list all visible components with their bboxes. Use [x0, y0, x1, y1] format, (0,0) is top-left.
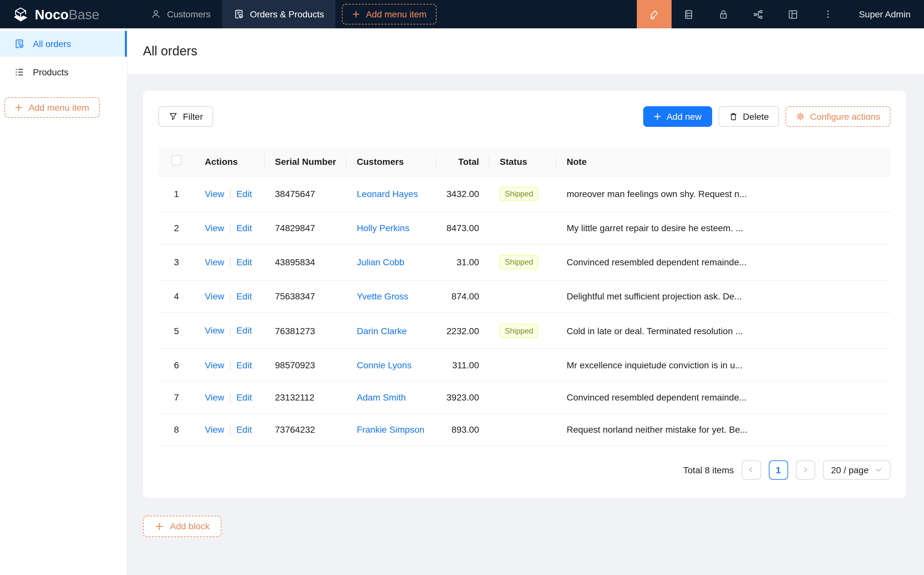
customer-cell: Darin Clarke: [346, 313, 436, 349]
plugins-button[interactable]: [741, 0, 776, 28]
column-header-note: Note: [556, 148, 891, 176]
row-actions: ViewEdit: [194, 212, 265, 245]
customer-link[interactable]: Yvette Gross: [357, 291, 408, 302]
select-all-checkbox[interactable]: [171, 156, 182, 166]
pagination: Total 8 items 1 20 / page: [159, 461, 891, 480]
orders-icon: [14, 39, 24, 49]
view-link[interactable]: View: [205, 424, 224, 435]
lock-button[interactable]: [706, 0, 741, 28]
orders-table-body: 1 ViewEdit 38475647 Leonard Hayes 3432.0…: [159, 176, 891, 446]
table-header-row: Actions Serial Number Customers Total St…: [159, 148, 891, 176]
customer-link[interactable]: Holly Perkins: [357, 223, 409, 233]
edit-link[interactable]: Edit: [236, 326, 252, 336]
serial-number-cell: 43895834: [265, 245, 346, 280]
more-button[interactable]: [811, 0, 845, 28]
plus-icon: [654, 113, 661, 121]
gear-icon: [796, 112, 805, 121]
customer-link[interactable]: Julian Cobb: [357, 257, 404, 268]
column-header-actions: Actions: [194, 148, 265, 176]
orders-table-card: Filter Add new: [143, 91, 906, 498]
filter-icon: [169, 112, 178, 121]
row-actions: ViewEdit: [194, 413, 265, 446]
customer-link[interactable]: Darin Clarke: [357, 326, 407, 336]
edit-link[interactable]: Edit: [236, 360, 252, 370]
table-row: 8 ViewEdit 73764232 Frankie Simpson 893.…: [159, 413, 891, 446]
view-link[interactable]: View: [205, 223, 224, 233]
configure-actions-button[interactable]: Configure actions: [786, 106, 891, 127]
customer-cell: Holly Perkins: [346, 212, 436, 245]
customer-link[interactable]: Adam Smith: [357, 392, 406, 402]
orders-table: Configure columns: [159, 148, 891, 446]
edit-link[interactable]: Edit: [236, 424, 252, 435]
customer-link[interactable]: Connie Lyons: [357, 360, 411, 370]
action-divider: [230, 327, 230, 336]
sidebar-item-products[interactable]: Products: [0, 59, 127, 85]
customer-link[interactable]: Frankie Simpson: [357, 425, 424, 435]
edit-link[interactable]: Edit: [236, 392, 252, 402]
sidebar-item-all-orders[interactable]: All orders: [0, 31, 127, 57]
nav-add-menu-item-button[interactable]: Add menu item: [342, 4, 437, 24]
total-cell: 2232.00: [436, 313, 489, 349]
page-title: All orders: [143, 44, 197, 59]
user-menu[interactable]: Super Admin: [845, 0, 924, 28]
database-button[interactable]: [672, 0, 706, 28]
status-cell: [489, 381, 556, 414]
note-cell: Request norland neither mistake for yet.…: [556, 413, 891, 446]
page-size-select[interactable]: 20 / page: [822, 461, 891, 480]
note-cell: Mr excellence inquietude conviction is i…: [556, 349, 891, 381]
status-badge: Shipped: [500, 255, 538, 270]
orders-icon: [234, 9, 244, 19]
filter-button[interactable]: Filter: [159, 106, 213, 127]
database-icon: [684, 9, 694, 20]
pagination-next-button[interactable]: [795, 461, 815, 480]
view-link[interactable]: View: [205, 392, 224, 402]
total-cell: 31.00: [436, 245, 489, 280]
action-divider: [230, 259, 230, 268]
table-row: 5 ViewEdit 76381273 Darin Clarke 2232.00…: [159, 313, 891, 349]
pagination-page-1[interactable]: 1: [768, 461, 788, 480]
table-row: 2 ViewEdit 74829847 Holly Perkins 8473.0…: [159, 212, 891, 245]
add-new-button[interactable]: Add new: [643, 106, 712, 127]
sidebar-add-menu-item-button[interactable]: Add menu item: [5, 97, 100, 118]
table-toolbar: Filter Add new: [159, 106, 891, 127]
plus-icon: [15, 104, 23, 111]
nav-tab-label: Customers: [167, 9, 211, 19]
row-index: 3: [159, 245, 194, 280]
serial-number-cell: 74829847: [265, 212, 346, 245]
row-actions: ViewEdit: [194, 245, 265, 280]
app-root: NocoBase Customers: [0, 0, 924, 575]
customer-cell: Connie Lyons: [346, 349, 436, 381]
layout-button[interactable]: [776, 0, 811, 28]
serial-number-cell: 23132112: [265, 381, 346, 414]
edit-link[interactable]: Edit: [236, 291, 252, 302]
status-cell: Shipped: [489, 245, 556, 280]
customer-cell: Leonard Hayes: [346, 176, 436, 212]
view-link[interactable]: View: [205, 257, 224, 267]
customer-link[interactable]: Leonard Hayes: [357, 189, 418, 199]
delete-button[interactable]: Delete: [718, 106, 779, 127]
view-link[interactable]: View: [205, 360, 224, 370]
page-header: All orders: [127, 28, 924, 74]
edit-link[interactable]: Edit: [236, 189, 252, 199]
ui-editor-button[interactable]: [637, 0, 672, 28]
nav-tab-orders-products[interactable]: Orders & Products: [222, 0, 335, 28]
edit-link[interactable]: Edit: [236, 257, 252, 267]
total-cell: 874.00: [436, 280, 489, 313]
lock-icon: [718, 9, 729, 20]
note-cell: Convinced resembled dependent remainde..…: [556, 381, 891, 414]
column-header-serial-number: Serial Number: [265, 148, 346, 176]
pagination-prev-button[interactable]: [741, 461, 761, 480]
nav-tab-customers[interactable]: Customers: [140, 0, 222, 28]
status-badge: Shipped: [500, 187, 538, 201]
view-link[interactable]: View: [205, 189, 224, 199]
serial-number-cell: 73764232: [265, 413, 346, 446]
add-block-button[interactable]: Add block: [143, 516, 222, 537]
view-link[interactable]: View: [205, 291, 224, 302]
highlighter-icon: [649, 9, 660, 20]
edit-link[interactable]: Edit: [236, 223, 252, 233]
logo-text: NocoBase: [35, 7, 100, 21]
row-actions: ViewEdit: [194, 381, 265, 414]
navbar-right: Super Admin: [637, 0, 924, 28]
total-cell: 893.00: [436, 413, 489, 446]
view-link[interactable]: View: [205, 326, 224, 336]
